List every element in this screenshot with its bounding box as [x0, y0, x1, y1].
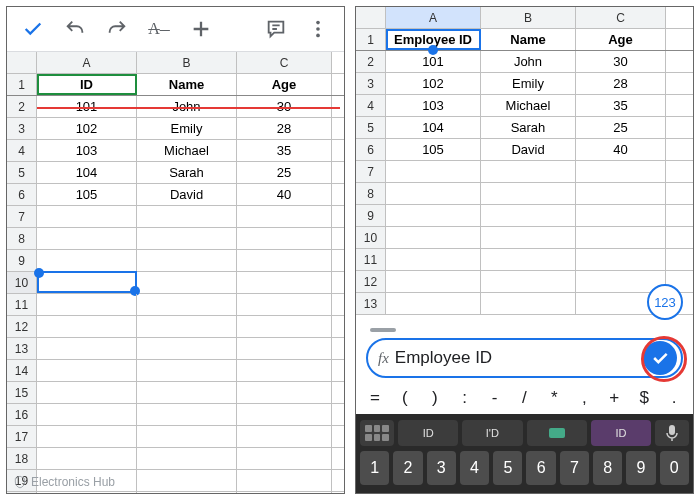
row-header[interactable]: 10 — [7, 272, 37, 293]
row-header[interactable]: 15 — [7, 382, 37, 403]
table-cell[interactable]: Michael — [137, 140, 237, 161]
symbol-key[interactable]: - — [483, 388, 507, 408]
symbol-key[interactable]: ( — [393, 388, 417, 408]
cell-B1[interactable]: Name — [481, 29, 576, 50]
suggestion-key[interactable] — [527, 420, 587, 446]
table-cell[interactable]: 103 — [37, 140, 137, 161]
symbol-key[interactable]: + — [602, 388, 626, 408]
table-cell[interactable]: 35 — [576, 95, 666, 116]
table-cell[interactable]: 102 — [386, 73, 481, 94]
col-header-A[interactable]: A — [37, 52, 137, 73]
spreadsheet-left[interactable]: ABC1IDNameAge2101John303102Emily284103Mi… — [7, 52, 344, 493]
symbol-key[interactable]: ) — [423, 388, 447, 408]
table-cell[interactable]: 25 — [237, 162, 332, 183]
table-cell[interactable]: 40 — [237, 184, 332, 205]
table-cell[interactable]: 104 — [386, 117, 481, 138]
row-header[interactable]: 6 — [356, 139, 386, 160]
comment-icon[interactable] — [264, 17, 288, 41]
row-header[interactable]: 11 — [356, 249, 386, 270]
more-icon[interactable] — [306, 17, 330, 41]
col-header-B[interactable]: B — [137, 52, 237, 73]
symbol-key[interactable]: = — [363, 388, 387, 408]
symbol-key[interactable]: : — [453, 388, 477, 408]
number-key-6[interactable]: 6 — [526, 451, 555, 485]
table-cell[interactable]: 25 — [576, 117, 666, 138]
row-header[interactable]: 7 — [7, 206, 37, 227]
table-cell[interactable]: Michael — [481, 95, 576, 116]
suggestion-key[interactable]: ID — [591, 420, 651, 446]
confirm-icon[interactable] — [21, 17, 45, 41]
row-header[interactable]: 18 — [7, 448, 37, 469]
table-cell[interactable]: John — [481, 51, 576, 72]
table-cell[interactable]: David — [481, 139, 576, 160]
row-header[interactable]: 3 — [356, 73, 386, 94]
row-header[interactable]: 12 — [356, 271, 386, 292]
row-header[interactable]: 20 — [7, 492, 37, 493]
row-header[interactable]: 1 — [7, 74, 37, 95]
number-key-0[interactable]: 0 — [660, 451, 689, 485]
row-header[interactable]: 13 — [7, 338, 37, 359]
number-key-5[interactable]: 5 — [493, 451, 522, 485]
table-cell[interactable]: 40 — [576, 139, 666, 160]
row-header[interactable]: 9 — [356, 205, 386, 226]
table-cell[interactable]: Emily — [137, 118, 237, 139]
symbol-key[interactable]: , — [572, 388, 596, 408]
table-cell[interactable]: 104 — [37, 162, 137, 183]
number-key-7[interactable]: 7 — [560, 451, 589, 485]
col-header-B[interactable]: B — [481, 7, 576, 28]
row-header[interactable]: 5 — [356, 117, 386, 138]
row-header[interactable]: 12 — [7, 316, 37, 337]
drag-handle-icon[interactable] — [370, 328, 396, 332]
table-cell[interactable]: 102 — [37, 118, 137, 139]
table-cell[interactable]: 105 — [37, 184, 137, 205]
spreadsheet-right[interactable]: ABC1Employee IDNameAge2101John303102Emil… — [356, 7, 693, 322]
symbol-key[interactable]: $ — [632, 388, 656, 408]
symbol-key[interactable]: . — [662, 388, 686, 408]
number-key-9[interactable]: 9 — [626, 451, 655, 485]
number-key-8[interactable]: 8 — [593, 451, 622, 485]
number-key-2[interactable]: 2 — [393, 451, 422, 485]
table-cell[interactable]: 35 — [237, 140, 332, 161]
row-header[interactable]: 6 — [7, 184, 37, 205]
table-cell[interactable]: David — [137, 184, 237, 205]
suggestion-key[interactable]: I'D — [462, 420, 522, 446]
table-cell[interactable]: 28 — [237, 118, 332, 139]
row-header[interactable]: 1 — [356, 29, 386, 50]
undo-icon[interactable] — [63, 17, 87, 41]
table-cell[interactable]: 30 — [576, 51, 666, 72]
number-key-1[interactable]: 1 — [360, 451, 389, 485]
cell-A1[interactable]: Employee ID — [386, 29, 481, 50]
cell-C1[interactable]: Age — [576, 29, 666, 50]
col-header-C[interactable]: C — [576, 7, 666, 28]
number-key-3[interactable]: 3 — [427, 451, 456, 485]
numeric-keyboard-toggle[interactable]: 123 — [647, 284, 683, 320]
col-header-C[interactable]: C — [237, 52, 332, 73]
row-header[interactable]: 11 — [7, 294, 37, 315]
redo-icon[interactable] — [105, 17, 129, 41]
cell-B1[interactable]: Name — [137, 74, 237, 95]
row-header[interactable]: 8 — [7, 228, 37, 249]
plus-icon[interactable] — [189, 17, 213, 41]
row-header[interactable]: 17 — [7, 426, 37, 447]
row-header[interactable]: 5 — [7, 162, 37, 183]
col-header-A[interactable]: A — [386, 7, 481, 28]
row-header[interactable]: 8 — [356, 183, 386, 204]
table-cell[interactable]: Emily — [481, 73, 576, 94]
number-key-4[interactable]: 4 — [460, 451, 489, 485]
table-cell[interactable]: Sarah — [137, 162, 237, 183]
symbol-key[interactable]: * — [542, 388, 566, 408]
row-header[interactable]: 9 — [7, 250, 37, 271]
row-header[interactable]: 3 — [7, 118, 37, 139]
table-cell[interactable]: 101 — [386, 51, 481, 72]
table-cell[interactable]: 105 — [386, 139, 481, 160]
mic-icon[interactable] — [655, 420, 689, 446]
suggestion-key[interactable]: ID — [398, 420, 458, 446]
table-cell[interactable]: 103 — [386, 95, 481, 116]
row-header[interactable]: 7 — [356, 161, 386, 182]
row-header[interactable]: 4 — [356, 95, 386, 116]
row-header[interactable]: 10 — [356, 227, 386, 248]
formula-input[interactable] — [395, 348, 637, 368]
row-header[interactable]: 2 — [356, 51, 386, 72]
table-cell[interactable]: Sarah — [481, 117, 576, 138]
confirm-button[interactable] — [643, 341, 677, 375]
